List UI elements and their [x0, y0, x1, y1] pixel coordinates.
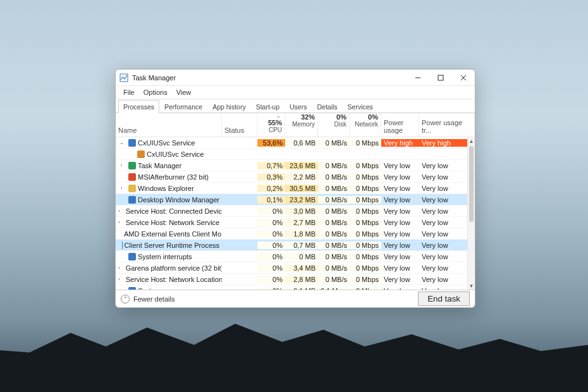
minimize-button[interactable] [407, 70, 429, 86]
process-icon [128, 173, 136, 181]
process-name: CxUIUSvc Service [147, 150, 204, 158]
table-row[interactable]: ›Windows Explorer0,2%30,5 MB0 MB/s0 Mbps… [116, 183, 475, 194]
header-disk[interactable]: 0% Disk [318, 113, 350, 137]
table-row[interactable]: ›Task Manager0,7%23,6 MB0 MB/s0 MbpsVery… [116, 160, 475, 171]
memory-cell: 1,8 MB [285, 230, 318, 238]
table-row[interactable]: ›Service Host: Connected Device...0%3,0 … [116, 205, 475, 217]
expander-icon[interactable]: › [118, 265, 120, 271]
process-list: ⌄CxUIUSvc Service53,6%0,6 MB0 MB/s0 Mbps… [116, 137, 475, 290]
table-row[interactable]: ›Service Host: Network Location ...0%2,8… [116, 274, 475, 285]
cpu-cell: 0,7% [257, 162, 285, 169]
disk-cell: 0,1 MB/s [318, 287, 350, 290]
menubar: File Options View [116, 86, 475, 99]
process-icon [128, 185, 136, 192]
table-row[interactable]: System interrupts0%0 MB0 MB/s0 MbpsVery … [116, 251, 475, 262]
maximize-button[interactable] [429, 70, 452, 86]
process-icon [137, 150, 145, 158]
table-row[interactable]: ⌄CxUIUSvc Service53,6%0,6 MB0 MB/s0 Mbps… [116, 137, 475, 149]
cpu-cell: 53,6% [257, 139, 285, 147]
cpu-cell: 0,1% [257, 196, 285, 204]
expander-icon[interactable]: › [118, 162, 125, 168]
expander-icon[interactable]: ⌄ [118, 140, 125, 145]
scroll-down-icon[interactable]: ▼ [468, 282, 475, 290]
disk-cell: 0 MB/s [318, 253, 350, 260]
process-name-cell: MSIAfterburner (32 bit) [116, 173, 222, 181]
header-cpu[interactable]: ⌄ 55% CPU [257, 113, 285, 137]
disk-cell: 0 MB/s [318, 185, 350, 192]
expander-icon[interactable]: › [118, 219, 120, 225]
scrollbar-thumb[interactable] [469, 146, 474, 222]
table-row[interactable]: AMD External Events Client Mo...0%1,8 MB… [116, 228, 475, 240]
disk-cell: 0 MB/s [318, 264, 350, 272]
power-usage-trend-cell: Very low [419, 162, 475, 169]
header-name[interactable]: Name [116, 113, 222, 137]
process-name: Service Host: Network Location ... [126, 276, 222, 283]
titlebar[interactable]: Task Manager [116, 70, 475, 86]
menu-file[interactable]: File [119, 87, 138, 97]
memory-cell: 23,6 MB [285, 162, 318, 169]
power-usage-cell: Very high [381, 139, 419, 147]
scroll-up-icon[interactable]: ▲ [468, 137, 475, 145]
process-name: Desktop Window Manager [138, 196, 219, 204]
network-cell: 0 Mbps [350, 196, 381, 204]
window-title: Task Manager [132, 74, 176, 82]
close-button[interactable] [452, 70, 475, 86]
task-manager-icon [119, 73, 128, 82]
tab-startup[interactable]: Start-up [251, 100, 285, 113]
power-usage-trend-cell: Very low [419, 230, 475, 238]
network-cell: 0 Mbps [350, 185, 381, 192]
expander-icon[interactable]: › [118, 208, 120, 214]
process-name-cell: Client Server Runtime Process [116, 242, 222, 249]
process-name-cell: ›Service Host: Connected Device... [116, 207, 222, 215]
tab-details[interactable]: Details [312, 100, 342, 113]
header-memory[interactable]: 32% Memory [285, 113, 318, 137]
process-name: Windows Explorer [138, 185, 194, 192]
menu-options[interactable]: Options [140, 87, 171, 97]
memory-cell: 3,4 MB [285, 264, 318, 272]
svg-rect-0 [120, 74, 128, 82]
power-usage-cell: Very low [381, 287, 419, 290]
header-network[interactable]: 0% Network [350, 113, 381, 137]
power-usage-trend-cell: Very low [419, 173, 475, 181]
network-cell: 0 Mbps [350, 253, 381, 260]
tab-performance[interactable]: Performance [159, 100, 207, 113]
memory-cell: 30,5 MB [285, 185, 318, 192]
menu-view[interactable]: View [173, 87, 195, 97]
process-name: System [138, 287, 161, 290]
table-row[interactable]: Client Server Runtime Process0%0,7 MB0 M… [116, 240, 475, 251]
table-row[interactable]: CxUIUSvc Service [116, 149, 475, 160]
power-usage-trend-cell: Very low [419, 242, 475, 249]
scrollbar-track[interactable]: ▲ ▼ [467, 137, 475, 290]
process-name: AMD External Events Client Mo... [124, 230, 222, 238]
memory-cell: 0 MB [285, 253, 318, 260]
table-row[interactable]: ›Garena platform service (32 bit)0%3,4 M… [116, 262, 475, 274]
network-cell: 0 Mbps [350, 276, 381, 283]
table-row[interactable]: Desktop Window Manager0,1%23,2 MB0 MB/s0… [116, 194, 475, 205]
network-cell: 0 Mbps [350, 287, 381, 290]
process-name: Service Host: Connected Device... [126, 207, 222, 215]
table-row[interactable]: ›Service Host: Network Service0%2,7 MB0 … [116, 217, 475, 228]
tab-app-history[interactable]: App history [207, 100, 251, 113]
power-usage-cell: Very low [381, 253, 419, 260]
power-usage-cell: Very low [381, 230, 419, 238]
process-icon [128, 253, 136, 260]
fewer-details-button[interactable]: ⌃ Fewer details [121, 295, 175, 303]
expander-icon[interactable]: › [118, 276, 120, 282]
disk-cell: 0 MB/s [318, 139, 350, 147]
tab-processes[interactable]: Processes [118, 100, 159, 113]
header-power-usage-trend[interactable]: Power usage tr... [419, 113, 475, 137]
disk-cell: 0 MB/s [318, 230, 350, 238]
disk-cell: 0 MB/s [318, 207, 350, 215]
expander-icon[interactable]: › [118, 185, 125, 191]
header-status[interactable]: Status [222, 113, 257, 137]
table-row[interactable]: MSIAfterburner (32 bit)0,3%2,2 MB0 MB/s0… [116, 171, 475, 183]
table-row[interactable]: System0%0,1 MB0,1 MB/s0 MbpsVery lowVery… [116, 285, 475, 290]
memory-cell: 2,2 MB [285, 173, 318, 181]
cpu-cell: 0% [257, 276, 285, 283]
header-power-usage[interactable]: Power usage [381, 113, 419, 137]
process-icon [128, 139, 136, 147]
end-task-button[interactable]: End task [418, 291, 470, 306]
memory-cell: 23,2 MB [285, 196, 318, 204]
tab-services[interactable]: Services [343, 100, 378, 113]
tab-users[interactable]: Users [285, 100, 312, 113]
